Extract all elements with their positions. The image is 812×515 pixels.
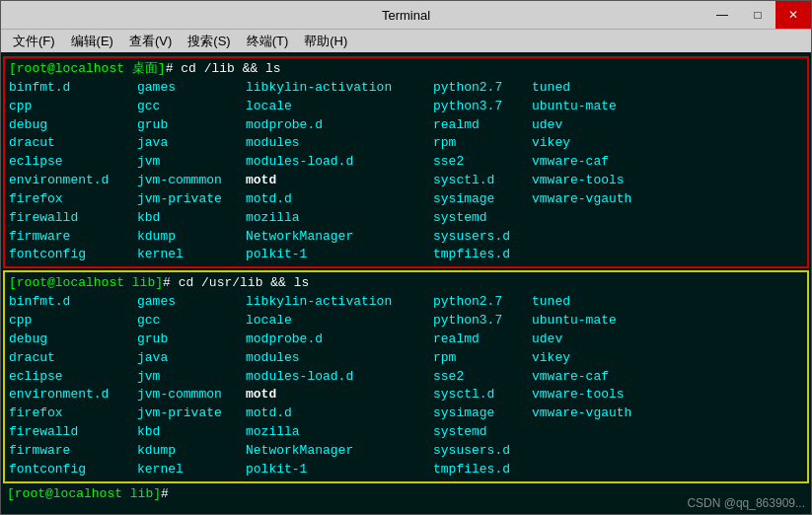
window-controls: — □ ✕ [704,1,811,29]
dir-item: vikey [532,134,803,153]
dir-grid-1: binfmt.dgameslibkylin-activationpython2.… [9,79,803,264]
dir-item: vmware-tools [532,386,803,405]
dir-item: sysimage [433,405,532,423]
dir-item: rpm [433,134,532,153]
dir-item: python2.7 [433,79,532,98]
dir-item: polkit-1 [246,246,433,264]
dir-item: vmware-vgauth [532,405,803,423]
watermark: CSDN @qq_863909... [687,496,805,510]
dir-item: modules [246,349,433,368]
dir-item-firmware2: firmware [9,442,137,461]
dir-item: systemd [433,209,532,228]
dir-item: binfmt.d [9,79,137,98]
close-button[interactable]: ✕ [775,1,811,29]
menu-help[interactable]: 帮助(H) [296,31,355,52]
menu-terminal[interactable]: 终端(T) [239,31,297,52]
dir-item: dracut [9,349,137,368]
dir-item [532,442,803,461]
dir-item: libkylin-activation [246,293,433,312]
dir-item: modules-load.d [246,153,433,172]
dir-item: modprobe.d [246,116,433,135]
dir-item: sysusers.d [433,442,532,461]
maximize-button[interactable]: □ [740,1,775,29]
dir-item: tmpfiles.d [433,461,532,479]
dir-item: vmware-vgauth [532,190,803,209]
dir-item: NetworkManager [246,442,433,461]
title-bar: Terminal — □ ✕ [1,1,811,29]
dir-item: motd.d [246,190,433,209]
dir-item: tuned [532,79,803,98]
menu-file[interactable]: 文件(F) [5,31,63,52]
dir-item: binfmt.d [9,293,137,312]
dir-item: debug [9,331,137,349]
dir-item: firefox [9,190,137,209]
dir-item: locale [246,98,433,116]
dir-item: cpp [9,312,137,331]
dir-item: libkylin-activation [246,79,433,98]
dir-item: games [137,79,246,98]
dir-item: modules-load.d [246,368,433,387]
dir-item: games [137,293,246,312]
dir-item: python2.7 [433,293,532,312]
dir-item: ubuntu-mate [532,312,803,331]
dir-item: mozilla [246,209,433,228]
dir-item: dracut [9,134,137,153]
dir-item: jvm-private [137,405,246,423]
dir-item: tmpfiles.d [433,246,532,264]
dir-item: environment.d [9,172,137,190]
dir-item: eclipse [9,153,137,172]
dir-item: sysctl.d [433,172,532,190]
dir-item: grub [137,116,246,135]
dir-item: python3.7 [433,98,532,116]
dir-item: mozilla [246,423,433,442]
dir-item: cpp [9,98,137,116]
dir-item: firewalld [9,423,137,442]
dir-item: NetworkManager [246,228,433,247]
dir-item: vmware-tools [532,172,803,190]
window-title: Terminal [382,8,430,23]
terminal-body[interactable]: [root@localhost 桌面]# cd /lib && ls binfm… [1,52,811,514]
dir-item: jvm-private [137,190,246,209]
dir-item: locale [246,312,433,331]
dir-item: jvm [137,153,246,172]
dir-item: eclipse [9,368,137,387]
dir-item: vikey [532,349,803,368]
dir-item [532,423,803,442]
dir-item: modprobe.d [246,331,433,349]
dir-item: realmd [433,331,532,349]
dir-item: tuned [532,293,803,312]
menu-search[interactable]: 搜索(S) [180,31,238,52]
dir-item: sysusers.d [433,228,532,247]
dir-item [532,461,803,479]
dir-item: firefox [9,405,137,423]
dir-item: udev [532,116,803,135]
minimize-button[interactable]: — [704,1,740,29]
dir-item: kernel [137,246,246,264]
dir-item: vmware-caf [532,153,803,172]
dir-item: motd.d [246,405,433,423]
prompt-line-2: [root@localhost lib]# cd /usr/lib && ls [9,274,803,293]
dir-item: rpm [433,349,532,368]
dir-item: modules [246,134,433,153]
dir-item: java [137,134,246,153]
dir-item: kdump [137,228,246,247]
terminal-window: Terminal — □ ✕ 文件(F) 编辑(E) 查看(V) 搜索(S) 终… [0,0,812,515]
dir-item: kdump [137,442,246,461]
dir-item-motd: motd [246,172,433,190]
menu-edit[interactable]: 编辑(E) [63,31,121,52]
dir-item [532,209,803,228]
dir-item: systemd [433,423,532,442]
dir-item: environment.d [9,386,137,405]
dir-item: polkit-1 [246,461,433,479]
dir-item: udev [532,331,803,349]
menu-view[interactable]: 查看(V) [121,31,180,52]
dir-item-firmware: firmware [9,228,137,247]
dir-item [532,246,803,264]
dir-item: vmware-caf [532,368,803,387]
dir-item: sysctl.d [433,386,532,405]
menu-bar: 文件(F) 编辑(E) 查看(V) 搜索(S) 终端(T) 帮助(H) [1,29,811,52]
dir-item: sysimage [433,190,532,209]
dir-item: firewalld [9,209,137,228]
dir-item: python3.7 [433,312,532,331]
dir-item: kbd [137,423,246,442]
